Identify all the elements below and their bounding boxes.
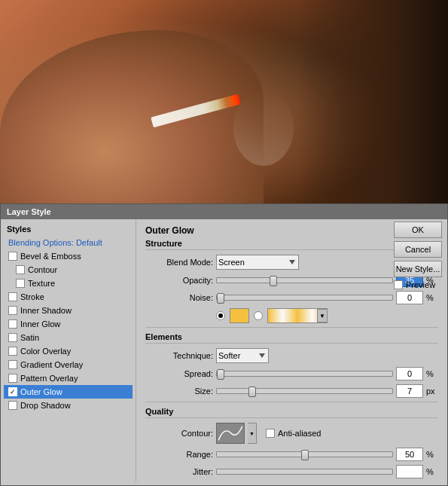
preview-label: Preview	[406, 280, 435, 289]
size-label: Size:	[145, 387, 213, 396]
layer-style-dialog: Layer Style Styles Blending Options: Def…	[0, 203, 448, 486]
size-unit: px	[426, 387, 438, 396]
color-overlay-checkbox[interactable]	[8, 347, 17, 356]
inner-glow-label: Inner Glow	[20, 319, 60, 329]
smoke-effect	[233, 90, 294, 166]
sidebar-item-inner-glow[interactable]: Inner Glow	[4, 317, 133, 331]
noise-thumb[interactable]	[217, 293, 224, 304]
noise-input[interactable]: 0	[396, 291, 423, 304]
sidebar-item-stroke[interactable]: Stroke	[4, 290, 133, 304]
sidebar-item-color-overlay[interactable]: Color Overlay	[4, 344, 133, 358]
outer-glow-check: ✓	[10, 389, 16, 396]
cancel-button[interactable]: Cancel	[394, 241, 442, 258]
photo-area	[0, 0, 448, 203]
range-label: Range:	[145, 450, 213, 459]
spread-row: Spread: 0 %	[145, 367, 438, 381]
contour-curve-svg	[217, 423, 244, 443]
satin-checkbox[interactable]	[8, 333, 17, 342]
contour-preview[interactable]	[216, 423, 245, 444]
inner-glow-checkbox[interactable]	[8, 319, 17, 329]
opacity-label: Opacity:	[145, 276, 213, 285]
jitter-slider[interactable]	[216, 469, 393, 475]
blend-mode-label: Blend Mode:	[145, 258, 213, 267]
sidebar-item-texture[interactable]: Texture	[4, 277, 133, 290]
sidebar-item-inner-shadow[interactable]: Inner Shadow	[4, 304, 133, 317]
gradient-radio[interactable]	[254, 311, 263, 320]
sidebar-item-blending-options[interactable]: Blending Options: Default	[4, 236, 133, 249]
size-row: Size: 7 px	[145, 384, 438, 398]
jitter-label: Jitter:	[145, 467, 213, 476]
color-overlay-label: Color Overlay	[20, 347, 71, 356]
spread-thumb[interactable]	[217, 369, 224, 380]
texture-checkbox[interactable]	[16, 279, 25, 288]
spread-input[interactable]: 0	[396, 367, 423, 381]
sidebar-item-drop-shadow[interactable]: Drop Shadow	[4, 399, 133, 412]
elements-title: Elements	[145, 332, 438, 344]
pattern-overlay-checkbox[interactable]	[8, 374, 17, 383]
ok-button[interactable]: OK	[394, 222, 442, 238]
sidebar-item-contour[interactable]: Contour	[4, 263, 133, 277]
left-panel: Styles Blending Options: Default Bevel &…	[1, 219, 136, 482]
noise-slider[interactable]	[216, 295, 393, 301]
jitter-unit: %	[426, 467, 438, 476]
contour-dropdown-arrow[interactable]: ▼	[248, 423, 257, 444]
bevel-emboss-checkbox[interactable]	[8, 252, 17, 261]
outer-glow-checkbox[interactable]: ✓	[8, 387, 17, 396]
blend-mode-select[interactable]: Screen Normal Multiply Overlay	[216, 255, 299, 270]
sidebar-item-bevel-emboss[interactable]: Bevel & Emboss	[4, 249, 133, 263]
range-thumb[interactable]	[301, 450, 309, 460]
drop-shadow-checkbox[interactable]	[8, 401, 17, 410]
technique-label: Technique:	[145, 351, 213, 360]
preview-row: Preview	[394, 280, 442, 289]
anti-aliased-container[interactable]: Anti-aliased	[266, 429, 321, 438]
range-input[interactable]: 50	[396, 448, 423, 461]
noise-unit: %	[426, 293, 438, 302]
color-gradient-row: ▼	[145, 308, 438, 323]
sidebar-item-pattern-overlay[interactable]: Pattern Overlay	[4, 371, 133, 385]
anti-aliased-checkbox[interactable]	[266, 429, 275, 438]
bevel-emboss-label: Bevel & Emboss	[20, 252, 81, 261]
opacity-slider[interactable]	[216, 277, 393, 283]
dialog-body: Styles Blending Options: Default Bevel &…	[1, 219, 447, 482]
spread-slider[interactable]	[216, 371, 393, 377]
range-slider[interactable]	[216, 451, 393, 457]
sidebar-item-outer-glow[interactable]: ✓ Outer Glow	[4, 385, 133, 399]
opacity-thumb[interactable]	[270, 276, 277, 286]
inner-shadow-checkbox[interactable]	[8, 306, 17, 315]
drop-shadow-label: Drop Shadow	[20, 401, 71, 410]
noise-row: Noise: 0 %	[145, 291, 438, 304]
outer-glow-label: Outer Glow	[20, 387, 62, 396]
gradient-overlay-label: Gradient Overlay	[20, 360, 83, 369]
size-slider[interactable]	[216, 388, 393, 394]
stroke-checkbox[interactable]	[8, 292, 17, 301]
new-style-button[interactable]: New Style...	[394, 261, 442, 277]
size-input[interactable]: 7	[396, 384, 423, 398]
preview-checkbox[interactable]	[394, 280, 403, 289]
contour-checkbox[interactable]	[16, 265, 25, 274]
texture-label: Texture	[28, 279, 55, 288]
gradient-overlay-checkbox[interactable]	[8, 360, 17, 369]
quality-title: Quality	[145, 407, 438, 418]
color-radio[interactable]	[216, 311, 225, 320]
jitter-row: Jitter: %	[145, 465, 438, 478]
contour-label: Contour	[28, 265, 57, 274]
gradient-arrow[interactable]: ▼	[317, 309, 328, 322]
blending-options-label: Blending Options: Default	[8, 238, 102, 247]
dialog-title: Layer Style	[7, 207, 51, 216]
gradient-swatch[interactable]: ▼	[267, 308, 328, 323]
spread-unit: %	[426, 369, 438, 378]
color-swatch[interactable]	[230, 308, 249, 323]
sidebar-item-gradient-overlay[interactable]: Gradient Overlay	[4, 358, 133, 371]
size-thumb[interactable]	[248, 387, 256, 397]
noise-label: Noise:	[145, 293, 213, 302]
range-row: Range: 50 %	[145, 448, 438, 461]
dark-area	[297, 0, 448, 203]
pattern-overlay-label: Pattern Overlay	[20, 374, 78, 383]
technique-select[interactable]: Softer Precise	[216, 348, 269, 363]
satin-label: Satin	[20, 333, 39, 342]
contour-row: Contour: ▼ Anti-aliased	[145, 423, 438, 444]
range-unit: %	[426, 450, 438, 459]
sidebar-item-satin[interactable]: Satin	[4, 331, 133, 344]
jitter-input[interactable]	[396, 465, 423, 478]
technique-row: Technique: Softer Precise	[145, 348, 438, 363]
